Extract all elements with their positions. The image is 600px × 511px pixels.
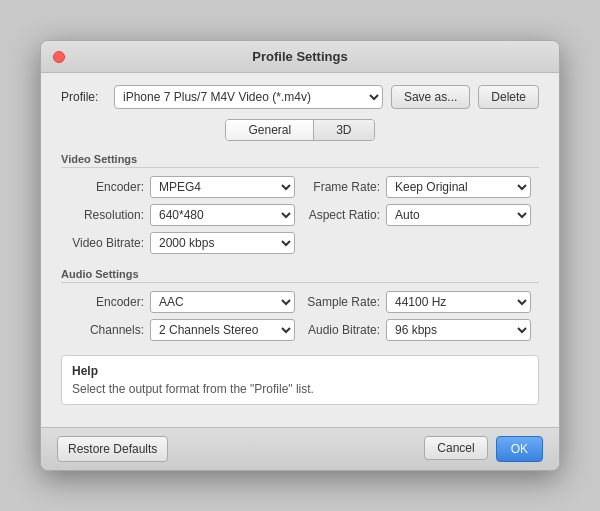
audio-bitrate-select-wrapper: 96 kbps — [386, 319, 531, 341]
aspect-ratio-label: Aspect Ratio: — [305, 208, 380, 222]
audio-encoder-row: Encoder: AAC — [69, 291, 295, 313]
channels-select-wrapper: 2 Channels Stereo — [150, 319, 295, 341]
save-as-button[interactable]: Save as... — [391, 85, 470, 109]
bottom-right-buttons: Cancel OK — [424, 436, 543, 462]
audio-bitrate-select[interactable]: 96 kbps — [386, 319, 531, 341]
aspect-ratio-select-wrapper: Auto — [386, 204, 531, 226]
profile-select[interactable]: iPhone 7 Plus/7 M4V Video (*.m4v) — [114, 85, 383, 109]
resolution-row: Resolution: 640*480 — [69, 204, 295, 226]
audio-settings-grid: Encoder: AAC Sample Rate: 44100 Hz — [61, 291, 539, 341]
channels-select[interactable]: 2 Channels Stereo — [150, 319, 295, 341]
cancel-button[interactable]: Cancel — [424, 436, 487, 460]
profile-row: Profile: iPhone 7 Plus/7 M4V Video (*.m4… — [61, 85, 539, 109]
sample-rate-select-wrapper: 44100 Hz — [386, 291, 531, 313]
close-button[interactable] — [53, 51, 65, 63]
profile-settings-dialog: Profile Settings Profile: iPhone 7 Plus/… — [40, 40, 560, 471]
sample-rate-select[interactable]: 44100 Hz — [386, 291, 531, 313]
help-section: Help Select the output format from the "… — [61, 355, 539, 405]
ok-button[interactable]: OK — [496, 436, 543, 462]
tab-general[interactable]: General — [226, 120, 314, 140]
frame-rate-select[interactable]: Keep Original — [386, 176, 531, 198]
help-text: Select the output format from the "Profi… — [72, 382, 528, 396]
video-bitrate-row: Video Bitrate: 2000 kbps — [69, 232, 295, 254]
tabs-row: General 3D — [61, 119, 539, 141]
aspect-ratio-row: Aspect Ratio: Auto — [305, 204, 531, 226]
video-bitrate-label: Video Bitrate: — [69, 236, 144, 250]
resolution-select-wrapper: 640*480 — [150, 204, 295, 226]
sample-rate-label: Sample Rate: — [305, 295, 380, 309]
video-encoder-select-wrapper: MPEG4 — [150, 176, 295, 198]
audio-encoder-select-wrapper: AAC — [150, 291, 295, 313]
frame-rate-label: Frame Rate: — [305, 180, 380, 194]
video-encoder-select[interactable]: MPEG4 — [150, 176, 295, 198]
title-bar: Profile Settings — [41, 41, 559, 73]
dialog-title: Profile Settings — [252, 49, 347, 64]
audio-encoder-label: Encoder: — [69, 295, 144, 309]
audio-encoder-select[interactable]: AAC — [150, 291, 295, 313]
video-settings-header: Video Settings — [61, 153, 539, 168]
audio-settings-header: Audio Settings — [61, 268, 539, 283]
video-bitrate-select[interactable]: 2000 kbps — [150, 232, 295, 254]
tab-group: General 3D — [225, 119, 374, 141]
resolution-select[interactable]: 640*480 — [150, 204, 295, 226]
profile-select-wrapper: iPhone 7 Plus/7 M4V Video (*.m4v) — [114, 85, 383, 109]
channels-label: Channels: — [69, 323, 144, 337]
resolution-label: Resolution: — [69, 208, 144, 222]
restore-defaults-button[interactable]: Restore Defaults — [57, 436, 168, 462]
video-settings-grid: Encoder: MPEG4 Frame Rate: Keep Original — [61, 176, 539, 254]
delete-button[interactable]: Delete — [478, 85, 539, 109]
audio-bitrate-row: Audio Bitrate: 96 kbps — [305, 319, 531, 341]
video-bitrate-select-wrapper: 2000 kbps — [150, 232, 295, 254]
empty-cell — [305, 232, 531, 254]
frame-rate-row: Frame Rate: Keep Original — [305, 176, 531, 198]
sample-rate-row: Sample Rate: 44100 Hz — [305, 291, 531, 313]
audio-settings-section: Audio Settings Encoder: AAC Sample Rate: — [61, 268, 539, 341]
profile-label: Profile: — [61, 90, 106, 104]
help-title: Help — [72, 364, 528, 378]
frame-rate-select-wrapper: Keep Original — [386, 176, 531, 198]
bottom-bar: Restore Defaults Cancel OK — [41, 427, 559, 470]
video-encoder-label: Encoder: — [69, 180, 144, 194]
channels-row: Channels: 2 Channels Stereo — [69, 319, 295, 341]
video-settings-section: Video Settings Encoder: MPEG4 Frame Rate… — [61, 153, 539, 254]
aspect-ratio-select[interactable]: Auto — [386, 204, 531, 226]
audio-bitrate-label: Audio Bitrate: — [305, 323, 380, 337]
tab-3d[interactable]: 3D — [314, 120, 373, 140]
video-encoder-row: Encoder: MPEG4 — [69, 176, 295, 198]
